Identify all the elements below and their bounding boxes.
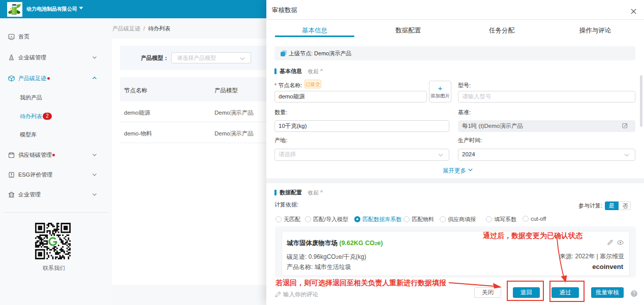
svg-text:A: A [11, 57, 12, 60]
